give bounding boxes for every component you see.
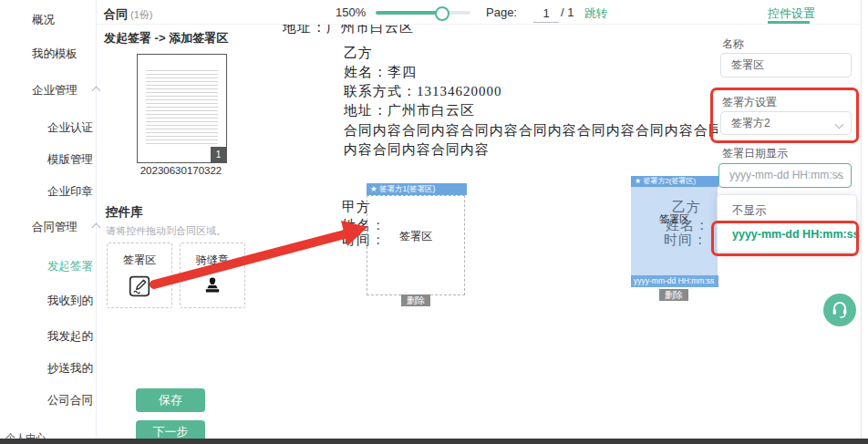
paging-seal-control-label: 骑缝章 xyxy=(181,253,244,268)
zoom-slider-handle[interactable] xyxy=(435,6,450,21)
doc-line-contact-b: 联系方式：13134620000 xyxy=(344,83,502,100)
sign-zone1-label: 签署区 xyxy=(367,229,464,244)
sidebar-item-initiate-sign[interactable]: 发起签署 xyxy=(47,259,93,274)
sidebar-item-initiated[interactable]: 我发起的 xyxy=(47,329,93,345)
sidebar-item-label: 合同管理 xyxy=(32,221,78,233)
doc-line-party-b: 乙方 xyxy=(344,45,373,62)
chevron-down-icon xyxy=(835,120,844,129)
doc-line-content-1: 合同内容合同内容合同内容合同内容合同内容合同内容合同内容合同内容合同内容合同内容 xyxy=(344,122,718,139)
thumbnail-caption: 20230630170322 xyxy=(137,165,225,176)
app-root: 地址：广州市白云区 乙方 姓名：李四 联系方式：13134620000 地址：广… xyxy=(0,0,868,444)
page-total-label: / 1 xyxy=(561,5,574,19)
top-toolbar: 合同(1份) 150% Page: / 1 跳转 控件设置 xyxy=(96,0,861,25)
stamp-icon xyxy=(202,274,223,300)
sidebar-item-template-mgmt[interactable]: 模版管理 xyxy=(47,152,93,168)
chevron-up-icon xyxy=(92,223,101,232)
control-library-title: 控件库 xyxy=(106,204,143,221)
dropdown-option-hide[interactable]: 不显示 xyxy=(718,199,856,222)
sign-zone1-header[interactable]: ★ 签署方1(签署区) xyxy=(367,183,467,195)
date-display-dropdown: 不显示 yyyy-mm-dd HH:mm:ss xyxy=(717,194,857,253)
doc-line-addr-b: 地址：广州市白云区 xyxy=(344,102,475,119)
sign-area-control-label: 签署区 xyxy=(108,253,171,268)
page-jump-button[interactable]: 跳转 xyxy=(584,6,607,22)
draggable-sign-area-control[interactable]: 签署区 xyxy=(107,243,172,308)
date-select-value: yyyy-mm-dd HH:mm:ss xyxy=(729,169,843,181)
page-label: Page: xyxy=(486,5,517,19)
sidebar-item-my-templates[interactable]: 我的模板 xyxy=(32,46,78,62)
date-display-select[interactable]: yyyy-mm-dd HH:mm:ss xyxy=(718,163,852,188)
sign-zone1-delete-button[interactable]: 删除 xyxy=(401,294,430,306)
signature-icon xyxy=(128,274,151,302)
customer-service-button[interactable] xyxy=(823,294,856,326)
save-button[interactable]: 保存 xyxy=(136,388,205,412)
sidebar-item-enterprise-auth[interactable]: 企业认证 xyxy=(47,120,93,136)
control-library-hint: 请将控件拖动到合同区域。 xyxy=(106,224,226,238)
contract-count-label: 合同(1份) xyxy=(104,6,152,23)
sign-zone2-delete-button[interactable]: 删除 xyxy=(659,289,688,301)
draggable-paging-seal-control[interactable]: 骑缝章 xyxy=(180,243,245,308)
doc-line-content-2: 内容合同内容合同内容 xyxy=(344,141,490,159)
zoom-slider-track[interactable] xyxy=(376,11,470,15)
contract-label: 合同 xyxy=(104,7,128,21)
sidebar-item-enterprise-seal[interactable]: 企业印章 xyxy=(47,184,93,200)
thumbnail-content xyxy=(146,67,218,146)
breadcrumb: 发起签署 -> 添加签署区 xyxy=(104,30,228,46)
bottom-window-edge xyxy=(0,439,868,444)
sidebar-item-contract-mgmt[interactable]: 合同管理 xyxy=(32,220,99,235)
party-select-value: 签署方2 xyxy=(731,117,770,129)
party-select-label: 签署方设置 xyxy=(722,95,777,110)
date-select-label: 签署日期显示 xyxy=(722,146,788,161)
sign-zone2-header[interactable]: ★ 签署方2(签署区) xyxy=(631,176,721,187)
right-edge-strip xyxy=(861,0,868,444)
sidebar-nav: 概况 我的模板 企业管理 企业认证 模版管理 企业印章 合同管理 发起签署 我收… xyxy=(0,0,97,444)
sidebar-item-cc-me[interactable]: 抄送我的 xyxy=(47,361,93,377)
chevron-up-icon xyxy=(92,87,101,96)
name-field-label: 名称 xyxy=(722,36,744,52)
page-number-input[interactable] xyxy=(533,4,559,23)
sidebar-item-overview[interactable]: 概况 xyxy=(32,13,55,28)
thumbnail-page-badge: 1 xyxy=(211,147,226,162)
sidebar-item-label: 企业管理 xyxy=(32,84,78,97)
dropdown-option-datetime[interactable]: yyyy-mm-dd HH:mm:ss xyxy=(718,222,856,246)
sidebar-item-company-contracts[interactable]: 公司合同 xyxy=(47,393,93,408)
sign-zone2-date-bar: yyyy-mm-dd HH:mm:ss xyxy=(631,275,720,287)
sidebar-item-enterprise-mgmt[interactable]: 企业管理 xyxy=(32,83,99,98)
sidebar-item-received[interactable]: 我收到的 xyxy=(47,294,93,309)
sign-zone2-label: 签署区 xyxy=(631,212,718,226)
sign-zone2-body[interactable]: 签署区 xyxy=(631,187,718,275)
page-thumbnail[interactable]: 1 xyxy=(137,54,227,163)
sign-zone1-body[interactable]: 签署区 xyxy=(367,195,465,295)
doc-line-name-b: 姓名：李四 xyxy=(344,64,417,81)
active-tab-underline xyxy=(768,21,810,24)
headset-icon xyxy=(829,297,851,323)
name-input[interactable]: 签署区 xyxy=(720,53,852,77)
tab-control-settings[interactable]: 控件设置 xyxy=(768,5,815,22)
contract-count: (1份) xyxy=(130,9,152,20)
zoom-percent-label: 150% xyxy=(336,5,366,19)
control-settings-panel: 名称 签署区 签署方设置 签署方2 签署日期显示 yyyy-mm-dd HH:m… xyxy=(718,0,861,439)
party-select[interactable]: 签署方2 xyxy=(720,111,852,135)
zoom-slider-fill xyxy=(376,11,441,15)
